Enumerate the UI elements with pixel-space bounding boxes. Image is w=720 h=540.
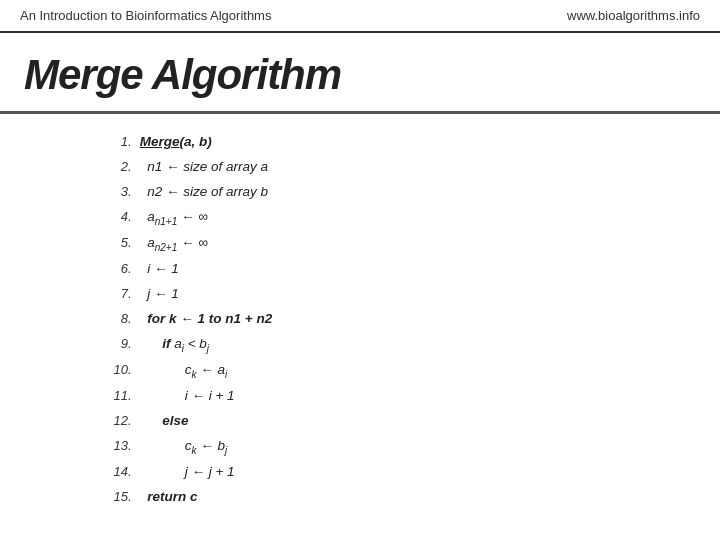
line-number-5: 5. — [24, 231, 136, 257]
algo-line-8: 8. for k ← 1 to n1 + n2 — [24, 307, 696, 332]
line-content-2: n1 ← size of array a — [136, 155, 696, 180]
algo-line-6: 6. i ← 1 — [24, 257, 696, 282]
line-content-13: ck ← bj — [136, 434, 696, 460]
line-number-15: 15. — [24, 485, 136, 510]
algo-line-14: 14. j ← j + 1 — [24, 460, 696, 485]
header-right: www.bioalgorithms.info — [567, 8, 700, 23]
line-content-11: i ← i + 1 — [136, 384, 696, 409]
algo-line-9: 9. if ai < bj — [24, 332, 696, 358]
line-number-10: 10. — [24, 358, 136, 384]
line-number-1: 1. — [24, 130, 136, 155]
algo-line-13: 13. ck ← bj — [24, 434, 696, 460]
algo-line-4: 4. an1+1 ← ∞ — [24, 205, 696, 231]
algorithm-content: 1.Merge(a, b)2. n1 ← size of array a3. n… — [0, 114, 720, 526]
algo-line-10: 10. ck ← ai — [24, 358, 696, 384]
line-number-13: 13. — [24, 434, 136, 460]
header-left: An Introduction to Bioinformatics Algori… — [20, 8, 271, 23]
header: An Introduction to Bioinformatics Algori… — [0, 0, 720, 33]
line-number-9: 9. — [24, 332, 136, 358]
line-content-9: if ai < bj — [136, 332, 696, 358]
algo-line-15: 15. return c — [24, 485, 696, 510]
algo-line-3: 3. n2 ← size of array b — [24, 180, 696, 205]
line-content-15: return c — [136, 485, 696, 510]
algo-line-11: 11. i ← i + 1 — [24, 384, 696, 409]
line-number-11: 11. — [24, 384, 136, 409]
line-content-7: j ← 1 — [136, 282, 696, 307]
page-title: Merge Algorithm — [24, 51, 696, 99]
line-content-8: for k ← 1 to n1 + n2 — [136, 307, 696, 332]
line-number-12: 12. — [24, 409, 136, 434]
line-content-6: i ← 1 — [136, 257, 696, 282]
line-number-7: 7. — [24, 282, 136, 307]
line-content-3: n2 ← size of array b — [136, 180, 696, 205]
algo-line-1: 1.Merge(a, b) — [24, 130, 696, 155]
line-number-14: 14. — [24, 460, 136, 485]
line-number-2: 2. — [24, 155, 136, 180]
line-number-4: 4. — [24, 205, 136, 231]
algo-line-5: 5. an2+1 ← ∞ — [24, 231, 696, 257]
line-content-1: Merge(a, b) — [136, 130, 696, 155]
line-content-4: an1+1 ← ∞ — [136, 205, 696, 231]
line-number-8: 8. — [24, 307, 136, 332]
line-number-3: 3. — [24, 180, 136, 205]
algorithm-table: 1.Merge(a, b)2. n1 ← size of array a3. n… — [24, 130, 696, 510]
line-content-14: j ← j + 1 — [136, 460, 696, 485]
algo-line-7: 7. j ← 1 — [24, 282, 696, 307]
line-content-10: ck ← ai — [136, 358, 696, 384]
line-content-12: else — [136, 409, 696, 434]
title-section: Merge Algorithm — [0, 33, 720, 114]
line-number-6: 6. — [24, 257, 136, 282]
algo-line-2: 2. n1 ← size of array a — [24, 155, 696, 180]
line-content-5: an2+1 ← ∞ — [136, 231, 696, 257]
algo-line-12: 12. else — [24, 409, 696, 434]
